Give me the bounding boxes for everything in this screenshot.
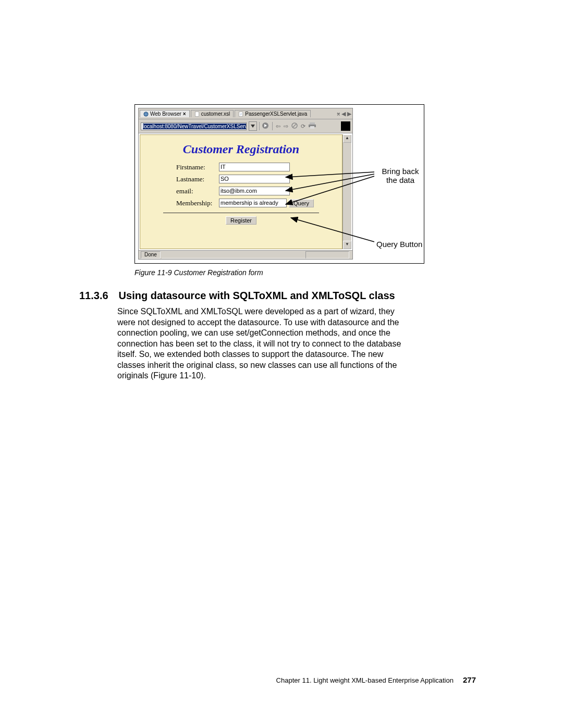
tab-scroll-right-icon[interactable]: ▶: [347, 110, 351, 117]
register-button[interactable]: Register: [226, 216, 256, 225]
svg-marker-4: [251, 125, 255, 128]
tab-customer-xsl[interactable]: customer.xsl: [191, 110, 234, 117]
footer-chapter: Chapter 11. Light weight XML-based Enter…: [276, 676, 454, 684]
section-body: Since SQLToXML and XMLToSQL were develop…: [117, 306, 411, 381]
back-icon[interactable]: ⇦: [276, 123, 280, 130]
email-input[interactable]: itso@ibm.com: [219, 187, 290, 195]
refresh-icon[interactable]: ⟳: [301, 123, 305, 130]
throbber-icon: [341, 121, 350, 131]
browser-window: Web Browser × customer.xsl J PassengerXS…: [138, 108, 353, 260]
status-bar: Done: [139, 250, 352, 259]
membership-input[interactable]: membership is already: [219, 199, 287, 207]
print-icon[interactable]: [309, 122, 316, 130]
toolbar-divider: [259, 122, 260, 130]
toolbar-divider: [272, 122, 273, 130]
page-title: Customer Registration: [148, 142, 335, 156]
scroll-up-icon[interactable]: ▲: [343, 134, 351, 143]
caption-prefix: Figure 11-9: [134, 268, 174, 277]
lastname-input[interactable]: SO: [219, 175, 290, 183]
query-button[interactable]: Query: [289, 199, 314, 207]
globe-icon: [143, 112, 149, 117]
browser-viewport: Customer Registration Firstname: IT Last…: [139, 133, 352, 250]
address-toolbar: localhost:8080/NewTravel/CustomerXSLServ…: [139, 119, 352, 133]
svg-rect-11: [310, 126, 314, 129]
tab-bar: Web Browser × customer.xsl J PassengerXS…: [139, 108, 352, 119]
caption-text: Customer Registration form: [174, 268, 263, 277]
tab-close-icon[interactable]: ×: [183, 111, 186, 117]
annotation-query-button: Query Button: [376, 240, 422, 249]
page-content: Customer Registration Firstname: IT Last…: [140, 134, 342, 249]
document-icon: [194, 112, 200, 117]
tab-label: PassengerXSLServlet.java: [245, 111, 307, 117]
tab-passenger-java[interactable]: J PassengerXSLServlet.java: [235, 110, 311, 117]
email-label: email:: [176, 187, 219, 195]
footer-page-number: 277: [463, 675, 476, 684]
figure-caption: Figure 11-9 Customer Registration form: [134, 268, 263, 277]
page-footer: Chapter 11. Light weight XML-based Enter…: [0, 675, 563, 684]
firstname-label: Firstname:: [176, 163, 219, 171]
section-heading: 11.3.6 Using datasource with SQLToXML an…: [79, 290, 395, 302]
tab-scroll-left-icon[interactable]: ◀: [341, 110, 346, 117]
status-text: Done: [141, 251, 161, 258]
tab-scroll-strike-icon[interactable]: x: [337, 110, 340, 117]
svg-rect-9: [310, 122, 315, 125]
go-icon[interactable]: [262, 122, 269, 130]
java-file-icon: J: [238, 112, 243, 117]
tab-label: customer.xsl: [201, 111, 230, 117]
stop-icon[interactable]: [291, 122, 298, 130]
section-number: 11.3.6: [79, 290, 116, 302]
vertical-scrollbar[interactable]: ▲ ▼: [342, 134, 351, 249]
svg-line-8: [293, 124, 296, 127]
membership-label: Membership:: [176, 199, 219, 207]
tab-web-browser[interactable]: Web Browser ×: [140, 110, 190, 117]
annotation-bring-back: Bring back the data: [377, 167, 424, 184]
svg-rect-1: [195, 112, 199, 116]
address-input[interactable]: localhost:8080/NewTravel/CustomerXSLServ…: [141, 122, 247, 130]
tab-label: Web Browser: [150, 111, 181, 117]
lastname-label: Lastname:: [176, 175, 219, 183]
section-title: Using datasource with SQLToXML and XMLTo…: [119, 290, 395, 301]
address-text: localhost:8080/NewTravel/CustomerXSLServ…: [143, 124, 247, 129]
address-dropdown-icon[interactable]: [249, 121, 257, 131]
form-divider: [163, 213, 319, 213]
scroll-down-icon[interactable]: ▼: [343, 241, 351, 249]
forward-icon[interactable]: ⇨: [284, 123, 288, 130]
firstname-input[interactable]: IT: [219, 163, 290, 171]
